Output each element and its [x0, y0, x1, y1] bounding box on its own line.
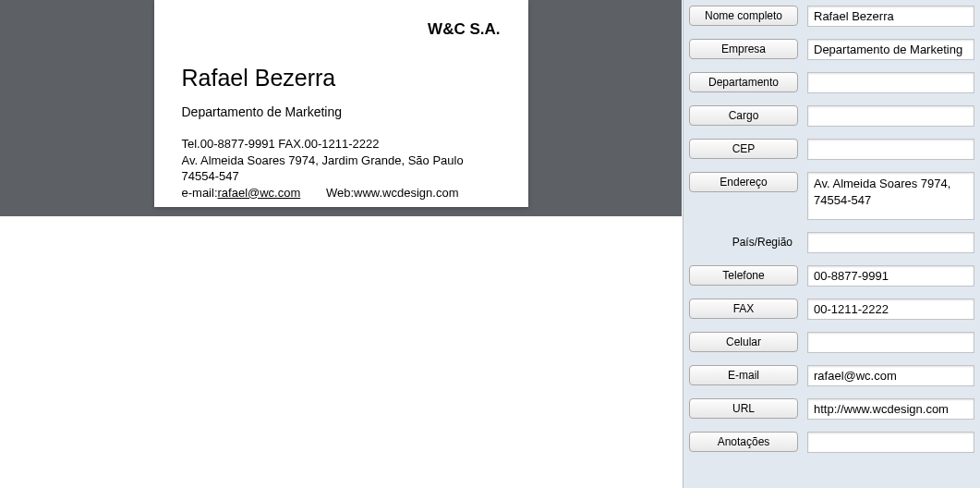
url-input[interactable] [807, 398, 974, 420]
row-celular: Celular [689, 332, 974, 353]
pais-regiao-label: País/Região [689, 232, 798, 252]
departamento-button[interactable]: Departamento [689, 72, 798, 92]
row-email: E-mail [689, 365, 974, 386]
cargo-button[interactable]: Cargo [689, 105, 798, 126]
telefone-input[interactable] [807, 265, 974, 287]
anotacoes-button[interactable]: Anotações [689, 432, 798, 452]
nome-completo-button[interactable]: Nome completo [689, 6, 798, 26]
url-button[interactable]: URL [689, 398, 798, 419]
celular-button[interactable]: Celular [689, 332, 798, 352]
row-pais: País/Região [689, 232, 974, 253]
row-fax: FAX [689, 299, 974, 320]
empresa-input[interactable] [807, 39, 974, 60]
card-web-value: www.wcdesign.com [354, 185, 458, 201]
card-department: Departamento de Marketing [182, 104, 501, 119]
empresa-button[interactable]: Empresa [689, 39, 798, 59]
row-cep: CEP [689, 139, 974, 160]
nome-completo-input[interactable] [807, 6, 974, 27]
celular-input[interactable] [807, 332, 974, 353]
email-button[interactable]: E-mail [689, 365, 798, 385]
card-email-link[interactable]: rafael@wc.com [218, 186, 301, 200]
departamento-input[interactable] [807, 72, 974, 93]
row-nome: Nome completo [689, 6, 974, 27]
card-details: Tel.00-8877-9991 FAX.00-1211-2222 Av. Al… [182, 136, 501, 201]
fax-button[interactable]: FAX [689, 299, 798, 319]
anotacoes-input[interactable] [807, 432, 974, 453]
cep-button[interactable]: CEP [689, 139, 798, 159]
card-address: Av. Almeida Soares 7974, Jardim Grande, … [182, 152, 501, 185]
row-anotacoes: Anotações [689, 432, 974, 453]
card-telfax: Tel.00-8877-9991 FAX.00-1211-2222 [182, 136, 501, 152]
row-departamento: Departamento [689, 72, 974, 93]
row-url: URL [689, 398, 974, 420]
endereco-button[interactable]: Endereço [689, 172, 798, 192]
cep-input[interactable] [807, 139, 974, 160]
card-web-label: Web: [326, 185, 354, 201]
fax-input[interactable] [807, 299, 974, 320]
row-cargo: Cargo [689, 105, 974, 127]
business-card: W&C S.A. Rafael Bezerra Departamento de … [154, 0, 528, 207]
email-input[interactable] [807, 365, 974, 386]
card-company: W&C S.A. [182, 20, 501, 39]
form-panel: Nome completo Empresa Departamento Cargo… [683, 0, 980, 488]
row-endereco: Endereço [689, 172, 974, 220]
pais-regiao-input[interactable] [807, 232, 974, 253]
cargo-input[interactable] [807, 105, 974, 127]
card-name: Rafael Bezerra [182, 65, 501, 92]
endereco-input[interactable] [807, 172, 974, 220]
row-empresa: Empresa [689, 39, 974, 60]
card-email-web: e-mail: rafael@wc.com Web: www.wcdesign.… [182, 185, 501, 201]
card-email-label: e-mail: [182, 185, 218, 201]
card-web-wrap: Web: www.wcdesign.com [326, 185, 459, 201]
telefone-button[interactable]: Telefone [689, 265, 798, 286]
row-telefone: Telefone [689, 265, 974, 287]
card-preview-area: W&C S.A. Rafael Bezerra Departamento de … [0, 0, 682, 216]
